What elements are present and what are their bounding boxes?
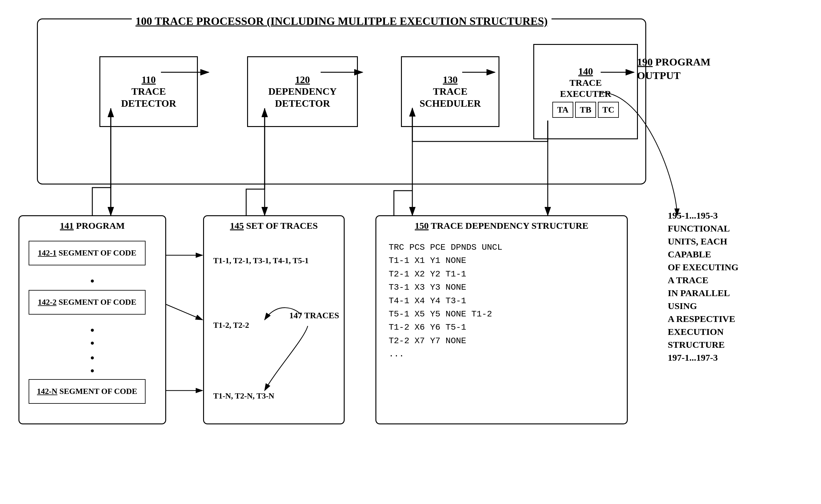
dep-row-3: T4-1 X4 Y4 T3-1 — [388, 294, 503, 308]
dep-row-5: T1-2 X6 Y6 T5-1 — [388, 321, 503, 334]
box-141: 141 PROGRAM 142-1 SEGMENT OF CODE •• 142… — [18, 215, 166, 424]
box-120: 120 DEPENDENCYDETECTOR — [247, 56, 358, 127]
dep-row-0: T1-1 X1 Y1 NONE — [388, 254, 503, 267]
box-140-num: 140 — [578, 66, 593, 77]
outer-box: 100 TRACE PROCESSOR (INCLUDING MULITPLE … — [37, 18, 646, 185]
box-150-title: 150 TRACE DEPENDENCY STRUCTURE — [415, 220, 588, 231]
svg-line-12 — [166, 304, 202, 320]
box-110-label: TRACEDETECTOR — [121, 85, 176, 109]
box-120-label: DEPENDENCYDETECTOR — [268, 85, 337, 109]
traces-line-3: T1-N, T2-N, T3-N — [213, 391, 274, 401]
box-130: 130 TRACESCHEDULER — [401, 56, 500, 127]
box-150: 150 TRACE DEPENDENCY STRUCTURE TRC PCS P… — [375, 215, 628, 424]
segment-142-n: 142-N SEGMENT OF CODE — [29, 379, 145, 404]
box-145-title: 145 SET OF TRACES — [230, 220, 317, 231]
dep-row-4: T5-1 X5 Y5 NONE T1-2 — [388, 308, 503, 321]
traces-line-1: T1-1, T2-1, T3-1, T4-1, T5-1 — [213, 256, 309, 265]
box-130-num: 130 — [443, 74, 458, 85]
box-120-num: 120 — [295, 74, 310, 85]
dots-3: •• — [90, 351, 94, 377]
dots-2: •• — [90, 324, 94, 350]
diagram-container: 100 TRACE PROCESSOR (INCLUDING MULITPLE … — [0, 0, 821, 504]
segment-142-2: 142-2 SEGMENT OF CODE — [29, 290, 145, 315]
dep-row-6: T2-2 X7 Y7 NONE — [388, 334, 503, 347]
dep-header: TRC PCS PCE DPNDS UNCL — [388, 241, 503, 254]
right-annotation: 195-1...195-3 FUNCTIONAL UNITS, EACH CAP… — [668, 209, 800, 364]
box-130-label: TRACESCHEDULER — [420, 85, 481, 109]
outer-box-title: 100 TRACE PROCESSOR (INCLUDING MULITPLE … — [132, 15, 552, 28]
exec-slot-ta: TA — [552, 102, 573, 118]
box-141-title: 141 PROGRAM — [60, 220, 125, 231]
exec-slots: TA TB TC — [552, 102, 619, 118]
exec-slot-tb: TB — [575, 102, 596, 118]
box-110: 110 TRACEDETECTOR — [99, 56, 198, 127]
program-output: 190 PROGRAMOUTPUT — [637, 55, 711, 82]
segment-142-1: 142-1 SEGMENT OF CODE — [29, 241, 145, 265]
exec-slot-tc: TC — [598, 102, 619, 118]
dep-table: TRC PCS PCE DPNDS UNCL T1-1 X1 Y1 NONE T… — [388, 241, 503, 361]
box-140-label: TRACEEXECUTER — [560, 77, 612, 99]
box-110-num: 110 — [141, 74, 156, 85]
traces-line-2: T1-2, T2-2 — [213, 321, 249, 330]
dep-row-1: T2-1 X2 Y2 T1-1 — [388, 268, 503, 281]
label-147: 147 TRACES — [289, 311, 339, 320]
box-140: 140 TRACEEXECUTER TA TB TC — [533, 44, 638, 139]
dep-row-2: T3-1 X3 Y3 NONE — [388, 281, 503, 294]
dep-row-7: ... — [388, 347, 503, 361]
